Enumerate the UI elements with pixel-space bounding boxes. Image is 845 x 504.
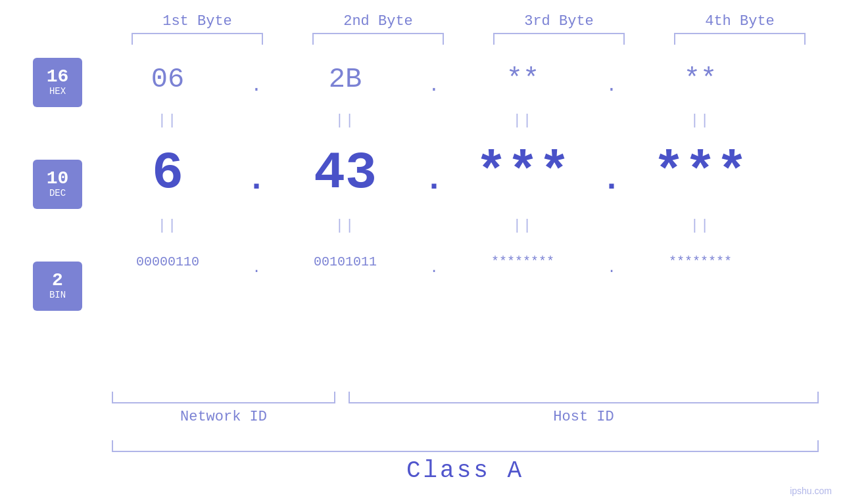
dot-hex-3: . <box>606 61 617 110</box>
col2-header: 2nd Byte <box>299 13 457 30</box>
col4-header: 4th Byte <box>661 13 819 30</box>
bracket-network <box>112 392 335 403</box>
dot-dec-1: . <box>247 143 266 216</box>
bottom-labels-row: Network ID Host ID <box>112 409 819 425</box>
dot-col-3: . . . <box>595 55 628 288</box>
byte-col-1: 06 || 6 || 00000110 <box>95 55 240 281</box>
dec-val-2: 43 <box>314 137 377 209</box>
equal-4-dec: || <box>690 209 710 242</box>
equal-2-hex: || <box>335 104 355 137</box>
headers-row: 1st Byte 2nd Byte 3rd Byte 4th Byte <box>107 13 831 30</box>
badges-column: 16 HEX 10 DEC 2 BIN <box>33 58 82 311</box>
dec-val-3: *** <box>475 137 570 209</box>
equal-4-hex: || <box>690 104 710 137</box>
byte-col-2: 2B || 43 || 00101011 <box>273 55 418 281</box>
hex-val-4: ** <box>684 55 717 104</box>
network-id-label: Network ID <box>112 409 335 425</box>
data-columns: 06 || 6 || 00000110 . . . 2B || 43 || 00… <box>95 55 845 288</box>
hex-badge-number: 16 <box>47 68 69 86</box>
bottom-section: Network ID Host ID <box>112 392 819 425</box>
dec-badge: 10 DEC <box>33 160 82 209</box>
class-label: Class A <box>406 457 524 484</box>
class-section: Class A <box>112 440 819 484</box>
dot-bin-1: . <box>252 248 260 288</box>
dec-val-4: *** <box>653 137 748 209</box>
byte-col-4: ** || *** || ******** <box>628 55 773 281</box>
bin-val-1: 00000110 <box>136 242 199 281</box>
hex-val-3: ** <box>506 55 539 104</box>
col3-header: 3rd Byte <box>480 13 638 30</box>
overall-bracket <box>112 440 819 452</box>
dot-bin-2: . <box>429 248 438 288</box>
byte-col-3: ** || *** || ******** <box>450 55 595 281</box>
bin-badge-number: 2 <box>52 271 63 290</box>
hex-badge: 16 HEX <box>33 58 82 107</box>
bracket-host <box>349 392 819 403</box>
dec-val-1: 6 <box>152 137 183 209</box>
equal-3-dec: || <box>513 209 533 242</box>
dot-hex-2: . <box>429 61 440 110</box>
equal-1-dec: || <box>158 209 178 242</box>
equal-3-hex: || <box>513 104 533 137</box>
hex-val-1: 06 <box>151 55 184 104</box>
hex-badge-label: HEX <box>49 86 66 97</box>
hex-val-2: 2B <box>329 55 362 104</box>
bin-badge-label: BIN <box>49 290 66 301</box>
content-section: 16 HEX 10 DEC 2 BIN 06 || 6 || 00000110 <box>0 51 845 311</box>
equal-2-dec: || <box>335 209 355 242</box>
dot-hex-1: . <box>251 61 262 110</box>
host-id-label: Host ID <box>349 409 819 425</box>
watermark: ipshu.com <box>790 486 832 496</box>
dot-col-1: . . . <box>240 55 273 288</box>
bin-badge: 2 BIN <box>33 262 82 311</box>
bin-val-3: ******** <box>491 242 554 281</box>
bottom-brackets-row <box>112 392 819 403</box>
bin-val-4: ******** <box>669 242 732 281</box>
dec-badge-number: 10 <box>47 170 69 188</box>
dot-dec-3: . <box>602 143 621 216</box>
bin-val-2: 00101011 <box>314 242 377 281</box>
bracket-col1 <box>132 33 263 45</box>
bracket-col3 <box>493 33 625 45</box>
dot-bin-3: . <box>607 248 616 288</box>
dec-badge-label: DEC <box>49 188 66 199</box>
top-brackets <box>107 33 831 45</box>
col1-header: 1st Byte <box>118 13 276 30</box>
dot-col-2: . . . <box>418 55 450 288</box>
main-container: 1st Byte 2nd Byte 3rd Byte 4th Byte 16 H… <box>0 0 845 504</box>
bracket-col2 <box>312 33 444 45</box>
equal-1-hex: || <box>158 104 178 137</box>
bracket-col4 <box>674 33 806 45</box>
dot-dec-2: . <box>424 143 444 216</box>
